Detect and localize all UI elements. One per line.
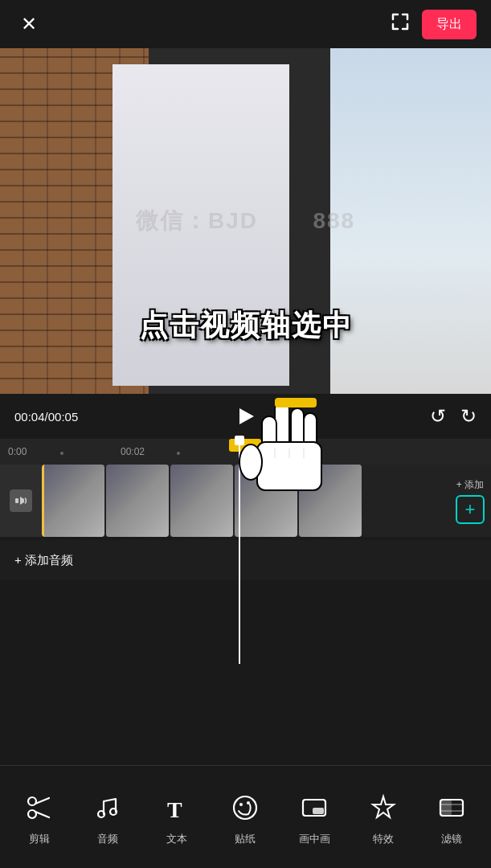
- video-subtitle: 点击视频轴选中: [139, 306, 353, 346]
- tool-item-effects[interactable]: 特效: [358, 788, 409, 846]
- effects-icon: [364, 788, 403, 827]
- tool-item-text[interactable]: T 文本: [151, 788, 203, 846]
- svg-point-20: [239, 803, 243, 806]
- svg-rect-1: [15, 498, 18, 503]
- bottom-toolbar: 剪辑 音频 T 文本 贴纸: [0, 765, 491, 868]
- add-audio-label: + 添加音频: [14, 553, 73, 568]
- svg-marker-0: [239, 408, 254, 424]
- tool-item-cut[interactable]: 剪辑: [14, 788, 65, 846]
- cut-label: 剪辑: [29, 832, 50, 846]
- playhead-handle[interactable]: [235, 436, 244, 445]
- svg-point-21: [247, 801, 250, 805]
- cut-icon: [20, 788, 59, 827]
- tool-item-sticker[interactable]: 贴纸: [219, 788, 271, 846]
- text-icon: T: [158, 788, 196, 827]
- video-clips: [42, 465, 449, 537]
- close-button[interactable]: ✕: [14, 10, 43, 39]
- add-clip-button[interactable]: + 添加 +: [449, 465, 491, 537]
- redo-button[interactable]: ↻: [460, 405, 477, 428]
- svg-line-15: [35, 812, 49, 817]
- tool-item-pip[interactable]: 画中画: [288, 788, 340, 846]
- empty-track-area: [0, 580, 491, 685]
- volume-icon[interactable]: [10, 489, 32, 512]
- tool-item-audio[interactable]: 音频: [82, 788, 133, 846]
- export-button[interactable]: 导出: [422, 10, 477, 39]
- add-clip-text: + 添加: [456, 478, 484, 492]
- play-button[interactable]: [227, 397, 265, 436]
- effects-label: 特效: [373, 832, 394, 846]
- filter-label: 滤镜: [441, 832, 462, 846]
- timeline-controls: 00:04/00:05 ↺ ↻: [0, 394, 491, 439]
- ruler-mark-0: 0:00: [8, 446, 27, 457]
- video-preview: 点击视频轴选中 微信：BJD 888: [0, 48, 491, 394]
- add-audio-button[interactable]: + 添加音频: [14, 553, 73, 568]
- playhead: [239, 439, 240, 664]
- video-clip-3[interactable]: [170, 465, 233, 537]
- add-clip-plus-icon[interactable]: +: [456, 495, 485, 524]
- svg-marker-24: [373, 796, 394, 817]
- pip-icon: [295, 788, 333, 827]
- tool-item-filter[interactable]: 滤镜: [426, 788, 477, 846]
- top-bar: ✕ 导出: [0, 0, 491, 48]
- svg-rect-23: [313, 808, 324, 814]
- video-track: + 添加 +: [0, 465, 491, 537]
- undo-redo-controls: ↺ ↻: [430, 405, 477, 428]
- video-clip-5[interactable]: [299, 465, 362, 537]
- audio-icon: [88, 788, 127, 827]
- pip-label: 画中画: [299, 832, 330, 846]
- video-clip-4[interactable]: [235, 465, 297, 537]
- svg-text:T: T: [167, 797, 182, 822]
- svg-rect-26: [440, 800, 452, 816]
- svg-point-19: [234, 796, 256, 819]
- top-right-controls: 导出: [390, 10, 477, 39]
- time-display: 00:04/00:05: [14, 410, 430, 424]
- fullscreen-button[interactable]: [390, 11, 411, 37]
- svg-line-14: [35, 798, 49, 804]
- audio-track: + 添加音频: [0, 540, 491, 580]
- audio-label: 音频: [97, 832, 118, 846]
- ruler-dot-1: [60, 452, 63, 455]
- text-label: 文本: [166, 832, 187, 846]
- sky-background: [330, 48, 491, 394]
- timeline-marker: [229, 439, 261, 452]
- sticker-icon: [226, 788, 264, 827]
- filter-icon: [432, 788, 471, 827]
- sticker-label: 贴纸: [235, 832, 256, 846]
- video-clip-2[interactable]: [106, 465, 169, 537]
- video-clip-1[interactable]: [42, 465, 104, 537]
- ruler-dot-2: [177, 452, 180, 455]
- undo-button[interactable]: ↺: [430, 405, 446, 428]
- volume-icon-wrap: [0, 465, 42, 537]
- ruler-mark-2: 00:02: [121, 446, 145, 457]
